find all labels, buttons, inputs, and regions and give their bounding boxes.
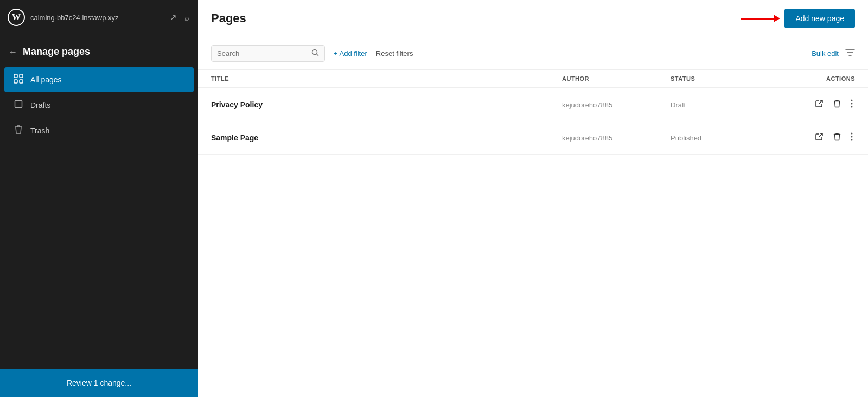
review-change-button[interactable]: Review 1 change... [0, 369, 198, 397]
svg-rect-2 [14, 74, 17, 78]
row-status-sample-page: Published [671, 134, 779, 142]
more-options-button-sample-page[interactable] [848, 130, 855, 145]
pages-table: TITLE AUTHOR STATUS ACTIONS Privacy Poli… [198, 70, 868, 397]
svg-rect-6 [15, 101, 22, 108]
open-external-button-sample-page[interactable] [813, 130, 826, 145]
row-title-sample-page: Sample Page [211, 133, 562, 142]
col-actions-header: ACTIONS [779, 75, 855, 82]
table-row: Privacy Policy kejudoreho7885 Draft [198, 88, 868, 121]
page-title: Pages [211, 11, 246, 25]
svg-point-12 [851, 136, 853, 138]
svg-point-11 [851, 133, 853, 135]
col-author-header: AUTHOR [562, 75, 671, 82]
toolbar: + Add filter Reset filters Bulk edit [198, 37, 868, 70]
table-row: Sample Page kejudoreho7885 Published [198, 121, 868, 155]
row-author-privacy-policy: kejudoreho7885 [562, 101, 671, 109]
table-header: TITLE AUTHOR STATUS ACTIONS [198, 70, 868, 88]
search-submit-button[interactable] [311, 49, 319, 58]
arrow-head [774, 15, 780, 22]
bulk-edit-button[interactable]: Bulk edit [812, 49, 839, 57]
col-title-header: TITLE [211, 75, 562, 82]
svg-point-7 [312, 50, 317, 55]
manage-title: Manage pages [23, 46, 90, 57]
search-input[interactable] [217, 49, 307, 57]
svg-rect-4 [14, 80, 17, 83]
sidebar-item-trash-label: Trash [30, 126, 49, 135]
row-actions-sample-page [779, 130, 855, 145]
arrow-line [741, 18, 774, 20]
svg-rect-3 [20, 74, 23, 78]
row-status-privacy-policy: Draft [671, 101, 779, 109]
svg-point-10 [851, 106, 853, 108]
add-filter-button[interactable]: + Add filter [334, 49, 367, 57]
sidebar-item-trash[interactable]: Trash [4, 118, 194, 143]
add-new-page-button[interactable]: Add new page [784, 9, 855, 28]
search-icon[interactable]: ⌕ [183, 12, 190, 23]
delete-button-privacy-policy[interactable] [831, 97, 843, 112]
more-options-button-privacy-policy[interactable] [848, 97, 855, 112]
svg-point-8 [851, 100, 853, 101]
drafts-icon [13, 100, 24, 111]
main-header: Pages Add new page [198, 0, 868, 37]
sidebar: W calming-bb7c24.instawp.xyz ↗ ⌕ ← Manag… [0, 0, 198, 397]
external-link-icon[interactable]: ↗ [169, 11, 178, 23]
site-url: calming-bb7c24.instawp.xyz [30, 14, 163, 22]
sidebar-item-all-pages-label: All pages [30, 75, 62, 84]
sidebar-nav: All pages Drafts Trash [0, 64, 198, 369]
arrow-indicator [741, 15, 780, 22]
wordpress-logo: W [8, 9, 25, 26]
row-author-sample-page: kejudoreho7885 [562, 134, 671, 142]
sidebar-header: W calming-bb7c24.instawp.xyz ↗ ⌕ [0, 0, 198, 35]
svg-rect-5 [20, 80, 23, 83]
toolbar-right: Bulk edit [812, 48, 855, 59]
col-status-header: STATUS [671, 75, 779, 82]
main-content: Pages Add new page + Add filter Reset fi… [198, 0, 868, 397]
sidebar-item-drafts[interactable]: Drafts [4, 93, 194, 117]
open-external-button-privacy-policy[interactable] [813, 97, 826, 112]
row-title-privacy-policy: Privacy Policy [211, 100, 562, 109]
all-pages-icon [13, 74, 24, 86]
sidebar-item-drafts-label: Drafts [30, 101, 50, 110]
svg-point-13 [851, 139, 853, 141]
svg-point-9 [851, 103, 853, 105]
svg-text:W: W [12, 12, 21, 22]
sidebar-footer: Review 1 change... [0, 369, 198, 397]
add-new-container: Add new page [784, 9, 855, 28]
header-icons: ↗ ⌕ [169, 11, 190, 23]
trash-icon [13, 125, 24, 137]
delete-button-sample-page[interactable] [831, 130, 843, 145]
row-actions-privacy-policy [779, 97, 855, 112]
back-button[interactable]: ← [9, 47, 17, 57]
filter-options-button[interactable] [845, 48, 855, 59]
search-box [211, 45, 325, 62]
sidebar-item-all-pages[interactable]: All pages [4, 67, 194, 92]
sidebar-manage-header: ← Manage pages [0, 35, 198, 64]
reset-filters-button[interactable]: Reset filters [376, 49, 413, 57]
